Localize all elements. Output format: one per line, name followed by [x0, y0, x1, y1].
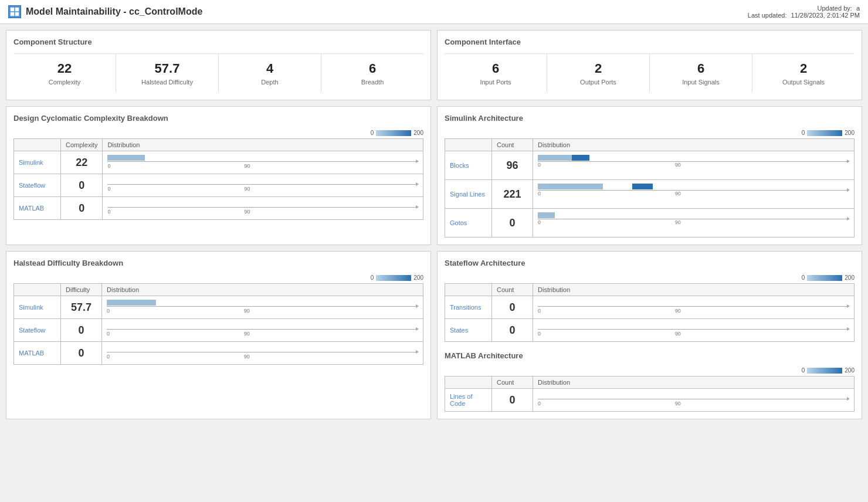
bar	[632, 184, 653, 189]
metric-value: 2	[757, 61, 850, 76]
last-updated-line: Last updated: 11/28/2023, 2:01:42 PM	[748, 12, 860, 19]
axis-line	[107, 306, 418, 307]
col-name-hd	[14, 284, 61, 296]
row-label: States	[445, 319, 492, 342]
stateflow-architecture-title: Stateflow Architecture	[445, 259, 855, 267]
row-value: 0	[492, 209, 533, 238]
header-meta: Updated by: a Last updated: 11/28/2023, …	[748, 5, 860, 19]
row-label: Simulink	[14, 296, 61, 319]
row-value: 0	[492, 296, 533, 319]
matlab-architecture-title: MATLAB Architecture	[445, 351, 855, 360]
distribution-cell: 090	[103, 174, 423, 197]
table-row: Gotos0090	[445, 209, 855, 238]
table-row: Stateflow0090	[14, 319, 423, 342]
axis-arrow	[416, 350, 419, 354]
metric-cell-2: 4Depth	[219, 54, 321, 93]
col-name-ma	[445, 376, 492, 389]
tick-0: 0	[107, 186, 110, 192]
table-header-row-ma: Count Distribution	[445, 376, 855, 389]
metric-value: 4	[223, 61, 316, 76]
row-label: MATLAB	[14, 197, 61, 220]
axis-arrow	[847, 397, 850, 401]
halstead-difficulty-table: Difficulty Distribution Simulink57.7090S…	[13, 283, 423, 365]
tick-90: 90	[675, 191, 681, 196]
axis-line	[538, 306, 849, 307]
row-value: 57.7	[61, 296, 102, 319]
axis-arrow	[416, 182, 419, 186]
tick-0: 0	[538, 331, 541, 337]
row-label: Lines of Code	[445, 389, 492, 412]
col-count-sf: Count	[492, 284, 533, 296]
updated-by-label: Updated by:	[817, 5, 852, 12]
metric-label: Output Signals	[757, 79, 850, 86]
page-title: Model Maintainability - cc_ControlMode	[26, 6, 202, 17]
simulink-architecture-table: Count Distribution Blocks96090Signal Lin…	[445, 138, 855, 238]
axis-line	[107, 207, 418, 208]
legend-start-hd: 0	[371, 274, 374, 281]
design-complexity-table: Complexity Distribution Simulink22090Sta…	[13, 138, 423, 220]
tick-90: 90	[244, 354, 250, 359]
table-row: Transitions0090	[445, 296, 855, 319]
tick-0: 0	[538, 308, 541, 314]
bar	[538, 155, 572, 161]
legend-end-sa: 200	[845, 130, 855, 136]
row-label: Blocks	[445, 151, 492, 180]
col-distribution-hd: Distribution	[102, 284, 423, 296]
table-row: MATLAB0090	[14, 197, 423, 220]
simulink-architecture-breakdown: 0 200 Count Distribution Blocks96090Sign…	[445, 130, 855, 238]
metric-label: Output Ports	[552, 79, 645, 86]
last-updated-label: Last updated:	[748, 12, 787, 19]
metric-cell-1: 2Output Ports	[547, 54, 650, 93]
stateflow-architecture-table: Count Distribution Transitions0090States…	[445, 283, 855, 342]
tick-90: 90	[675, 219, 681, 225]
tick-90: 90	[244, 163, 250, 169]
tick-90: 90	[675, 401, 681, 406]
distribution-cell: 090	[102, 319, 423, 342]
row-label: Transitions	[445, 296, 492, 319]
svg-rect-3	[15, 12, 19, 16]
tick-90: 90	[244, 209, 250, 215]
distribution-cell: 090	[102, 342, 423, 365]
axis-line	[107, 161, 418, 162]
legend-end-sf: 200	[845, 274, 855, 281]
tick-0: 0	[107, 163, 110, 169]
row-value: 0	[492, 319, 533, 342]
axis-line	[538, 399, 849, 399]
axis-arrow	[416, 304, 419, 308]
legend-gradient-hd	[376, 275, 411, 281]
distribution-cell: 090	[533, 151, 855, 180]
component-interface-title: Component Interface	[445, 38, 855, 46]
distribution-cell: 090	[102, 296, 423, 319]
metric-cell-0: 22Complexity	[13, 54, 116, 93]
legend-end-ma: 200	[845, 367, 855, 374]
legend-gradient-sa	[807, 130, 842, 136]
simulink-architecture-panel: Simulink Architecture 0 200 Count Distri…	[437, 106, 862, 245]
col-difficulty: Difficulty	[61, 284, 102, 296]
axis-arrow	[416, 160, 419, 163]
matlab-architecture-breakdown: 0 200 Count Distribution Lines of Code00…	[445, 367, 855, 412]
matlab-architecture-section: MATLAB Architecture 0 200 Count Distribu…	[445, 351, 855, 412]
metric-value: 6	[655, 61, 747, 76]
col-name-sa	[445, 139, 492, 151]
row-value: 221	[492, 180, 533, 209]
table-row: Stateflow0090	[14, 174, 423, 197]
legend-gradient-ma	[807, 368, 842, 374]
matlab-architecture-table: Count Distribution Lines of Code0090	[445, 376, 855, 412]
tick-90: 90	[675, 331, 681, 337]
legend-start-sf: 0	[802, 274, 805, 281]
row-value: 0	[61, 197, 103, 220]
updated-by-value: a	[856, 5, 860, 12]
metric-cell-2: 6Input Signals	[650, 54, 752, 93]
design-complexity-panel: Design Cyclomatic Complexity Breakdown 0…	[6, 106, 431, 245]
table-row: Simulink22090	[14, 151, 423, 174]
header-title-container: Model Maintainability - cc_ControlMode	[8, 5, 202, 18]
halstead-difficulty-title: Halstead Difficulty Breakdown	[13, 259, 423, 267]
legend-gradient-sf	[807, 275, 842, 281]
row-label: Gotos	[445, 209, 492, 238]
simulink-architecture-title: Simulink Architecture	[445, 114, 855, 123]
row-label: Stateflow	[14, 174, 61, 197]
row-label: Signal Lines	[445, 180, 492, 209]
distribution-cell: 090	[103, 151, 423, 174]
col-distribution-ma: Distribution	[533, 376, 855, 389]
row-label: MATLAB	[14, 342, 61, 365]
